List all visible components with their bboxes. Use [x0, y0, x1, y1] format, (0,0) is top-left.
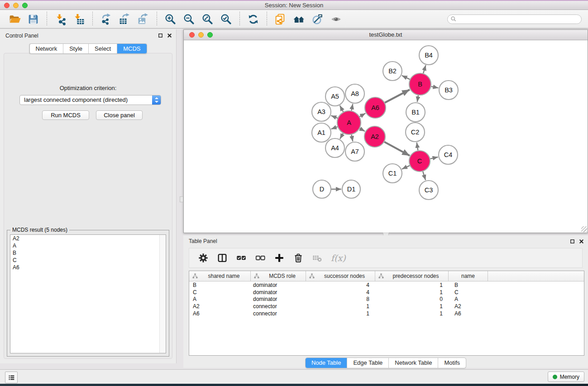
copy-network-icon[interactable] [274, 13, 287, 25]
column-header-MCDS-role[interactable]: MCDS role [251, 271, 306, 281]
graph-edge-C-C2[interactable] [417, 143, 418, 151]
delete-icon[interactable] [293, 253, 304, 263]
add-icon[interactable] [274, 253, 285, 263]
close-panel-icon[interactable] [167, 33, 172, 38]
close-panel-icon[interactable] [579, 239, 584, 244]
graph-node-D[interactable]: D [313, 180, 331, 198]
minimize-window-button[interactable] [13, 3, 19, 8]
table-row[interactable]: A2connector11A2 [189, 303, 584, 310]
close-window-button[interactable] [4, 3, 10, 8]
tab-edge-table[interactable]: Edge Table [347, 358, 389, 368]
tab-network-table[interactable]: Network Table [389, 358, 438, 368]
column-header-predecessor-nodes[interactable]: predecessor nodes [375, 271, 449, 281]
zoom-fit-icon[interactable] [201, 13, 214, 25]
export-image-icon[interactable] [137, 13, 149, 25]
zoom-out-icon[interactable] [183, 13, 195, 25]
criterion-select[interactable]: largest connected component (directed) [19, 95, 161, 105]
float-panel-icon[interactable] [570, 239, 575, 244]
tab-style[interactable]: Style [63, 44, 89, 53]
graph-node-B2[interactable]: B2 [383, 62, 402, 81]
graph-edge-A-A4[interactable] [340, 133, 343, 139]
gear-icon[interactable] [198, 253, 209, 263]
graph-edge-C-C4[interactable] [430, 157, 438, 159]
minimize-window-button[interactable] [198, 32, 204, 38]
graph-edge-C-C1[interactable] [402, 166, 410, 169]
run-mcds-button[interactable]: Run MCDS [42, 110, 89, 120]
import-table-icon[interactable] [73, 13, 85, 25]
graph-node-B[interactable]: B [409, 73, 431, 95]
table-row[interactable]: Bdominator41B [189, 281, 584, 289]
column-header-successor-nodes[interactable]: successor nodes [306, 271, 375, 281]
column-header-name[interactable]: name [449, 271, 488, 281]
vertical-splitter-handle[interactable] [180, 196, 183, 202]
hide-toggle-icon[interactable] [311, 13, 324, 25]
mcds-result-item[interactable]: A6 [10, 264, 166, 271]
zoom-in-icon[interactable] [164, 13, 177, 25]
mcds-result-item[interactable]: C [10, 257, 166, 264]
delete-table-icon[interactable] [312, 253, 323, 263]
refresh-icon[interactable] [247, 13, 259, 25]
split-columns-icon[interactable] [217, 253, 228, 263]
graph-edge-A-A5[interactable] [340, 105, 344, 112]
search-field[interactable] [447, 14, 582, 24]
mcds-result-list[interactable]: A2ABCA6 [10, 234, 166, 353]
graph-node-C3[interactable]: C3 [419, 181, 438, 200]
tab-motifs[interactable]: Motifs [438, 358, 466, 368]
float-panel-icon[interactable] [158, 33, 163, 38]
export-table-icon[interactable] [119, 13, 131, 25]
graph-node-B1[interactable]: B1 [406, 103, 425, 122]
graph-node-A4[interactable]: A4 [325, 138, 344, 157]
network-window-titlebar[interactable]: testGlobe.txt [184, 30, 588, 40]
home-icon[interactable] [293, 13, 305, 25]
zoom-window-button[interactable] [22, 3, 28, 8]
mcds-result-item[interactable]: B [10, 249, 166, 257]
tab-mcds[interactable]: MCDS [117, 44, 146, 53]
network-canvas[interactable]: A A1 A2 A3 A4 A5 A6 A7 A8 B B1 B2 B3 [184, 40, 588, 233]
graph-node-A7[interactable]: A7 [345, 142, 364, 161]
close-window-button[interactable] [189, 32, 195, 38]
zoom-window-button[interactable] [207, 32, 213, 38]
graph-edge-A-A6[interactable] [360, 113, 366, 116]
table-row[interactable]: Cdominator41C [189, 289, 584, 296]
open-folder-icon[interactable] [9, 13, 21, 25]
graph-node-A2[interactable]: A2 [364, 126, 385, 147]
mcds-result-item[interactable]: A [10, 242, 166, 249]
table-row[interactable]: Adominator80A [189, 296, 584, 303]
graph-node-A6[interactable]: A6 [365, 97, 386, 118]
graph-node-A1[interactable]: A1 [312, 123, 331, 142]
graph-edge-B-B3[interactable] [431, 86, 439, 88]
zoom-selected-icon[interactable] [220, 13, 232, 25]
graph-node-C2[interactable]: C2 [406, 123, 425, 142]
graph-edge-A-A2[interactable] [360, 129, 365, 131]
select-all-icon[interactable] [236, 253, 247, 263]
save-icon[interactable] [27, 13, 39, 25]
import-network-icon[interactable] [54, 13, 67, 25]
tab-node-table[interactable]: Node Table [306, 358, 348, 368]
graph-edge-B-B1[interactable] [417, 95, 418, 102]
search-input[interactable] [457, 15, 578, 23]
function-builder-icon[interactable]: f(x) [331, 253, 346, 263]
resize-grip[interactable] [581, 226, 587, 232]
close-panel-button[interactable]: Close panel [96, 110, 143, 120]
graph-node-C[interactable]: C [409, 151, 430, 172]
graph-node-A5[interactable]: A5 [325, 87, 344, 106]
graph-node-B4[interactable]: B4 [419, 46, 438, 65]
export-network-icon[interactable] [100, 13, 112, 25]
graph-edge-B-B2[interactable] [402, 76, 410, 79]
graph-node-D1[interactable]: D1 [342, 180, 360, 198]
graph-edge-A-A1[interactable] [331, 127, 338, 129]
task-history-button[interactable] [5, 372, 18, 383]
column-header-shared-name[interactable]: shared name [189, 271, 251, 281]
graph-node-A[interactable]: A [337, 111, 361, 134]
graph-edge-C-C3[interactable] [423, 172, 425, 180]
graph-edge-A-A8[interactable] [351, 104, 353, 111]
graph-edge-B-B4[interactable] [423, 65, 425, 73]
graph-edge-A2-C[interactable] [384, 142, 410, 156]
graph-node-A3[interactable]: A3 [312, 102, 331, 121]
table-row[interactable]: A6connector11A6 [189, 310, 584, 317]
graph-node-C4[interactable]: C4 [439, 145, 458, 164]
tab-network[interactable]: Network [29, 44, 63, 53]
graph-node-B3[interactable]: B3 [439, 81, 458, 100]
graph-edge-A6-B[interactable] [385, 90, 410, 103]
graph-edge-A-A3[interactable] [331, 115, 338, 118]
